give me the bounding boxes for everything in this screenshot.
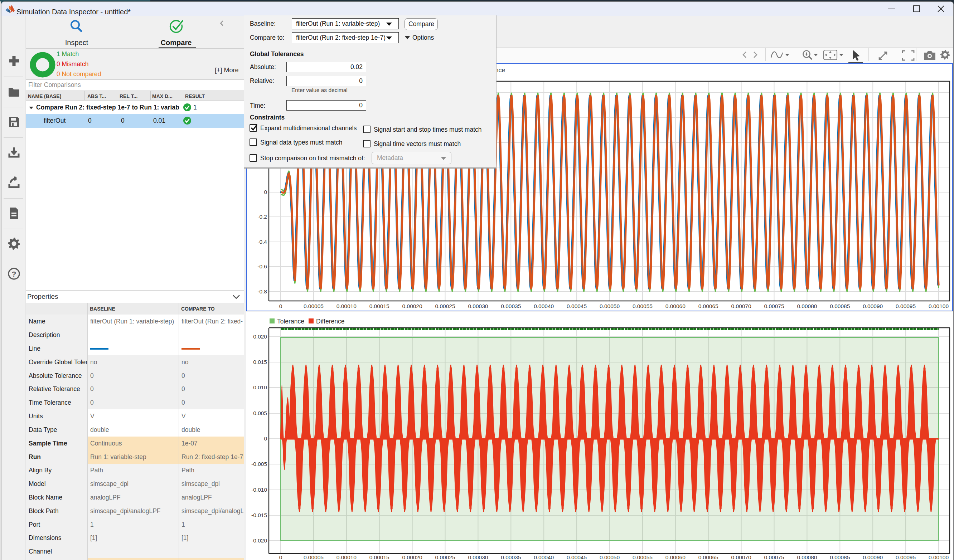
svg-text:0: 0 bbox=[279, 303, 282, 309]
svg-text:0.00095: 0.00095 bbox=[896, 554, 916, 560]
svg-text:0: 0 bbox=[279, 554, 282, 560]
svg-text:0.00035: 0.00035 bbox=[501, 554, 521, 560]
svg-text:0.010: 0.010 bbox=[253, 384, 267, 390]
svg-text:0.00045: 0.00045 bbox=[567, 303, 587, 309]
svg-text:0.00005: 0.00005 bbox=[304, 554, 324, 560]
svg-text:0.00025: 0.00025 bbox=[435, 303, 455, 309]
svg-text:0.00065: 0.00065 bbox=[698, 303, 719, 309]
svg-text:0.00060: 0.00060 bbox=[666, 303, 686, 309]
svg-text:0.00075: 0.00075 bbox=[764, 303, 784, 309]
svg-text:0.00015: 0.00015 bbox=[369, 303, 390, 309]
svg-text:0.00020: 0.00020 bbox=[402, 554, 422, 560]
svg-text:0.00010: 0.00010 bbox=[337, 554, 357, 560]
svg-text:0: 0 bbox=[264, 436, 267, 442]
svg-text:?: ? bbox=[12, 270, 16, 278]
svg-text:0.00075: 0.00075 bbox=[764, 554, 784, 560]
svg-text:0: 0 bbox=[264, 189, 267, 195]
svg-text:0.00025: 0.00025 bbox=[435, 554, 455, 560]
svg-text:0.00060: 0.00060 bbox=[666, 554, 686, 560]
svg-text:0.00080: 0.00080 bbox=[797, 554, 817, 560]
svg-text:-0.4: -0.4 bbox=[257, 239, 267, 245]
svg-text:0.00095: 0.00095 bbox=[896, 303, 916, 309]
svg-text:-0.015: -0.015 bbox=[251, 512, 267, 518]
svg-text:0.00010: 0.00010 bbox=[337, 303, 357, 309]
svg-text:0.00050: 0.00050 bbox=[600, 554, 620, 560]
svg-text:0.020: 0.020 bbox=[253, 333, 267, 339]
svg-text:0.005: 0.005 bbox=[253, 410, 267, 416]
svg-text:0.00045: 0.00045 bbox=[567, 554, 587, 560]
svg-text:0.00055: 0.00055 bbox=[633, 303, 653, 309]
svg-text:0.00030: 0.00030 bbox=[468, 303, 488, 309]
svg-text:0.00035: 0.00035 bbox=[501, 303, 521, 309]
svg-text:0.00020: 0.00020 bbox=[402, 303, 422, 309]
svg-text:0.00070: 0.00070 bbox=[731, 303, 751, 309]
svg-text:0.00015: 0.00015 bbox=[369, 554, 390, 560]
svg-text:0.00090: 0.00090 bbox=[863, 303, 883, 309]
svg-text:-0.2: -0.2 bbox=[257, 214, 267, 220]
svg-text:0.00030: 0.00030 bbox=[468, 554, 488, 560]
svg-text:0.00040: 0.00040 bbox=[534, 554, 554, 560]
svg-text:0.00100: 0.00100 bbox=[929, 554, 949, 560]
svg-text:-0.6: -0.6 bbox=[257, 263, 267, 269]
svg-text:0.015: 0.015 bbox=[253, 359, 267, 365]
svg-text:-0.005: -0.005 bbox=[251, 461, 267, 467]
svg-text:0.00005: 0.00005 bbox=[304, 303, 324, 309]
svg-text:0.00055: 0.00055 bbox=[633, 554, 653, 560]
svg-text:0.00080: 0.00080 bbox=[797, 303, 817, 309]
svg-text:0.00040: 0.00040 bbox=[534, 303, 554, 309]
svg-text:-0.010: -0.010 bbox=[251, 487, 267, 493]
svg-text:0.00085: 0.00085 bbox=[830, 303, 850, 309]
svg-text:0.00070: 0.00070 bbox=[731, 554, 751, 560]
svg-text:-0.020: -0.020 bbox=[251, 537, 267, 543]
svg-text:0.00085: 0.00085 bbox=[830, 554, 850, 560]
svg-text:0.00065: 0.00065 bbox=[698, 554, 719, 560]
svg-text:0.00090: 0.00090 bbox=[863, 554, 883, 560]
svg-text:0.00050: 0.00050 bbox=[600, 303, 620, 309]
svg-text:-0.8: -0.8 bbox=[257, 288, 267, 294]
svg-text:0.00100: 0.00100 bbox=[929, 303, 949, 309]
